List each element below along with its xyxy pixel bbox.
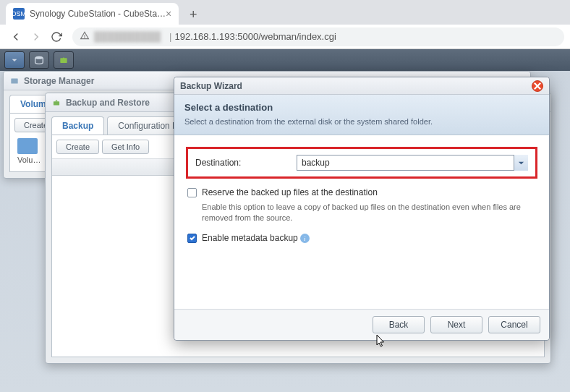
destination-value: backup [297,155,528,171]
cancel-button[interactable]: Cancel [488,316,540,333]
wizard-footer: Back Next Cancel [174,309,549,340]
back-button-wizard[interactable]: Back [373,316,425,333]
close-icon[interactable] [532,80,543,92]
info-icon[interactable]: i [300,234,310,243]
reserve-description: Enable this option to leave a copy of ba… [202,202,537,224]
reserve-checkbox-row[interactable]: Reserve the backed up files at the desti… [186,187,537,197]
url-separator: | [169,31,171,42]
backup-icon [51,98,61,108]
dsm-taskbar [0,49,570,71]
chevron-down-icon[interactable] [514,155,528,171]
wizard-title: Backup Wizard [180,81,242,91]
tab-backup[interactable]: Backup [51,116,104,135]
wizard-titlebar[interactable]: Backup Wizard [174,77,549,95]
storage-icon [9,76,20,86]
address-bar[interactable]: ██████████ | 192.168.1.193:5000/webman/i… [72,27,564,46]
main-menu-icon[interactable] [4,51,25,69]
tab-title: Synology CubeStation - CubeSta… [30,9,166,19]
forward-button[interactable] [26,27,46,47]
wizard-subtext: Select a destination from the external d… [184,117,539,126]
destination-row: Destination: backup [186,147,537,179]
close-tab-icon[interactable]: × [166,8,171,20]
browser-tab[interactable]: DSM Synology CubeStation - CubeSta… × [6,3,179,25]
backup-wizard-dialog: Backup Wizard Select a destination Selec… [174,77,550,341]
back-button[interactable] [6,27,26,47]
wizard-body: Destination: backup Reserve the backed u… [174,135,549,309]
destination-select[interactable]: backup [297,155,528,171]
taskbar-disk-icon[interactable] [29,51,49,69]
volume-label: Volu… [17,155,41,164]
storage-manager-title: Storage Manager [24,76,94,86]
br-getinfo-button[interactable]: Get Info [102,140,149,154]
svg-point-0 [35,56,43,59]
reserve-checkbox[interactable] [187,188,197,197]
svg-rect-2 [11,78,17,83]
url-text: 192.168.1.193:5000/webman/index.cgi [175,31,336,42]
new-tab-button[interactable]: + [183,4,203,25]
blurred-text: ██████████ [94,31,161,42]
br-create-button[interactable]: Create [56,140,99,154]
dsm-desktop: Storage Manager Volume HDD Management iS… [0,49,570,392]
svg-rect-3 [54,101,59,105]
reload-button[interactable] [46,27,67,47]
metadata-label: Enable metadata backup [202,233,298,243]
backup-restore-title: Backup and Restore [66,98,150,108]
wizard-header: Select a destination Select a destinatio… [174,95,549,135]
reserve-label: Reserve the backed up files at the desti… [202,187,378,197]
metadata-checkbox[interactable] [187,234,197,243]
wizard-heading: Select a destination [184,102,539,113]
volume-icon [17,138,38,154]
taskbar-backup-icon[interactable] [54,51,74,69]
cursor-icon [376,334,386,349]
browser-tab-strip: DSM Synology CubeStation - CubeSta… × + [0,0,570,25]
metadata-checkbox-row[interactable]: Enable metadata backupi [186,233,537,244]
browser-toolbar: ██████████ | 192.168.1.193:5000/webman/i… [0,25,570,49]
not-secure-icon [80,30,90,43]
next-button[interactable]: Next [430,316,482,333]
destination-label: Destination: [195,158,297,168]
favicon-icon: DSM [13,8,25,20]
